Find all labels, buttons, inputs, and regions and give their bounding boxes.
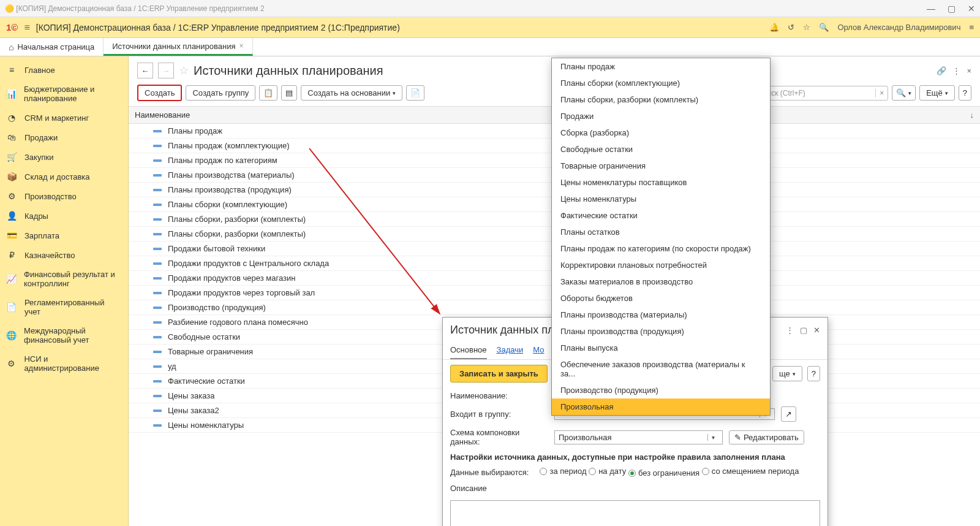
dialog-title: Источник данных пл: [450, 324, 554, 337]
search-icon[interactable]: 🔍: [819, 23, 829, 32]
row-icon: [153, 159, 162, 162]
link-icon[interactable]: 🔗: [937, 66, 946, 75]
group-open-button[interactable]: ↗: [781, 406, 796, 422]
sidebar-item[interactable]: 🛍Продажи: [0, 128, 128, 147]
list-button[interactable]: ▤: [281, 85, 297, 101]
history-icon[interactable]: ↺: [788, 23, 794, 32]
row-icon: [153, 410, 162, 412]
kebab-icon[interactable]: ⋮: [952, 66, 960, 75]
dropdown-item[interactable]: Планы выпуска: [552, 340, 770, 356]
sidebar-icon: ⚙: [6, 359, 17, 368]
sidebar-item[interactable]: 🌐Международный финансовый учет: [0, 321, 128, 349]
report-button[interactable]: 📄: [406, 85, 424, 101]
sidebar-item[interactable]: ₽Казначейство: [0, 245, 128, 265]
copy-button[interactable]: 📋: [259, 85, 277, 101]
sidebar-item[interactable]: ⚙НСИ и администрирование: [0, 349, 128, 378]
save-close-button[interactable]: Записать и закрыть: [450, 365, 548, 383]
search-clear-icon[interactable]: ×: [875, 89, 884, 97]
dropdown-item[interactable]: Обороты бюджетов: [552, 290, 770, 307]
dropdown-item[interactable]: Планы остатков: [552, 224, 770, 240]
fav-star-icon[interactable]: ☆: [179, 64, 189, 77]
radio-option[interactable]: со смещением периода: [702, 467, 799, 476]
dropdown-item[interactable]: Корректировки плановых потребностей: [552, 257, 770, 273]
radio-option[interactable]: на дату: [589, 467, 626, 476]
dropdown-item[interactable]: Планы производства (продукция): [552, 323, 770, 340]
dropdown-item[interactable]: Производство (продукция): [552, 382, 770, 398]
dlg-kebab-icon[interactable]: ⋮: [786, 326, 794, 335]
sidebar-item[interactable]: 📄Регламентированный учет: [0, 293, 128, 321]
dropdown-item[interactable]: Фактические остатки: [552, 207, 770, 224]
radio-icon: [540, 468, 547, 475]
sidebar-item[interactable]: 📊Бюджетирование и планирование: [0, 80, 128, 108]
dropdown-item[interactable]: Произвольная: [552, 398, 770, 415]
sidebar-icon: ₽: [6, 250, 17, 260]
create-group-button[interactable]: Создать группу: [186, 85, 255, 101]
dropdown-item[interactable]: Планы продаж: [552, 58, 770, 75]
user-name[interactable]: Орлов Александр Владимирович: [837, 23, 960, 32]
dropdown-item[interactable]: Заказы материалов в производство: [552, 273, 770, 290]
row-icon: [153, 351, 162, 353]
tab-active[interactable]: Источники данных планирования ×: [104, 38, 252, 56]
find-button[interactable]: 🔍 ▾: [892, 85, 916, 101]
scheme-input[interactable]: Произвольная ▾: [554, 430, 723, 444]
description-textarea[interactable]: [450, 500, 820, 526]
sidebar-icon: ≡: [6, 65, 17, 75]
dlg-tab-more[interactable]: Мо: [533, 341, 544, 359]
dlg-maximize-icon[interactable]: ▢: [800, 326, 807, 335]
search-input[interactable]: Поиск (Ctrl+F) ×: [753, 86, 888, 101]
dropdown-item[interactable]: Продажи: [552, 108, 770, 124]
sidebar-item[interactable]: ◔CRM и маркетинг: [0, 108, 128, 128]
dlg-close-icon[interactable]: ✕: [813, 326, 820, 335]
sidebar-icon: 🛍: [6, 132, 17, 142]
dropdown-item[interactable]: Планы продаж по категориям (по скорости …: [552, 240, 770, 257]
dropdown-item[interactable]: Свободные остатки: [552, 141, 770, 158]
create-button[interactable]: Создать: [137, 85, 182, 101]
dlg-tab-main[interactable]: Основное: [450, 341, 487, 359]
close-icon[interactable]: ✕: [968, 4, 975, 13]
dropdown-item[interactable]: Планы сборки, разборки (комплекты): [552, 91, 770, 108]
dropdown-item[interactable]: Планы производства (материалы): [552, 307, 770, 323]
nav-forward-button[interactable]: →: [158, 63, 174, 78]
row-icon: [153, 395, 162, 397]
dlg-tab-tasks[interactable]: Задачи: [497, 341, 524, 359]
scheme-dropdown-list: Планы продажПланы сборки (комплектующие)…: [551, 58, 771, 416]
radio-option[interactable]: без ограничения: [628, 468, 699, 478]
tab-close-icon[interactable]: ×: [239, 42, 244, 50]
sidebar-item[interactable]: 👤Кадры: [0, 206, 128, 226]
title-bar: 🟡 [КОПИЯ] Демонстрационная база / 1С:ERP…: [0, 0, 980, 17]
based-on-button[interactable]: Создать на основании ▾: [301, 85, 402, 101]
dropdown-item[interactable]: Цены номенклатуры поставщиков: [552, 174, 770, 191]
burger-icon[interactable]: ≡: [24, 22, 29, 33]
more-button[interactable]: Ещё ▾: [919, 85, 955, 101]
sidebar-item[interactable]: 💳Зарплата: [0, 226, 128, 245]
sidebar-item[interactable]: 📦Склад и доставка: [0, 167, 128, 186]
radio-option[interactable]: за период: [540, 467, 586, 476]
nav-back-button[interactable]: ←: [137, 63, 153, 78]
dropdown-item[interactable]: Товарные ограничения: [552, 158, 770, 174]
dlg-help-button[interactable]: ?: [807, 366, 820, 381]
dropdown-item[interactable]: Обеспечение заказов производства (матери…: [552, 356, 770, 382]
bell-icon[interactable]: 🔔: [769, 23, 779, 32]
maximize-icon[interactable]: ▢: [948, 4, 956, 13]
star-icon[interactable]: ☆: [803, 23, 810, 32]
dlg-more-button[interactable]: ще ▾: [772, 366, 802, 381]
help-button[interactable]: ?: [959, 85, 971, 101]
sidebar-item[interactable]: 🛒Закупки: [0, 147, 128, 167]
dropdown-item[interactable]: Планы сборки (комплектующие): [552, 75, 770, 91]
row-icon: [153, 262, 162, 265]
sidebar-item[interactable]: ⚙Производство: [0, 186, 128, 206]
settings-icon[interactable]: ≡: [969, 23, 974, 32]
page-close-icon[interactable]: ×: [967, 66, 971, 75]
sidebar-item[interactable]: 📈Финансовый результат и контроллинг: [0, 265, 128, 293]
dropdown-item[interactable]: Сборка (разборка): [552, 124, 770, 141]
sort-icon[interactable]: ↓: [970, 110, 974, 120]
tab-home[interactable]: ⌂ Начальная страница: [0, 38, 104, 56]
minimize-icon[interactable]: —: [927, 4, 935, 13]
row-icon: [153, 248, 162, 250]
dropdown-item[interactable]: Цены номенклатуры: [552, 191, 770, 207]
row-icon: [153, 321, 162, 324]
content-area: ← → ☆ Источники данных планирования 🔗 ⋮ …: [129, 56, 980, 526]
sidebar-item[interactable]: ≡Главное: [0, 60, 128, 80]
scheme-dropdown-icon[interactable]: ▾: [707, 434, 718, 441]
edit-button[interactable]: ✎ Редактировать: [729, 430, 804, 444]
